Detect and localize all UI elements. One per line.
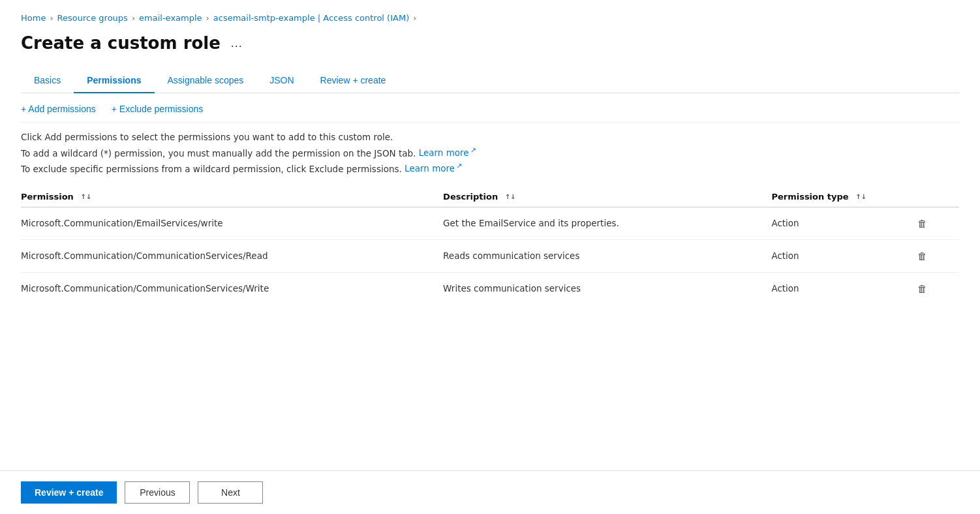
learn-more-link-1[interactable]: Learn more↗ — [419, 147, 476, 158]
page-title-row: Create a custom role ... — [21, 33, 959, 53]
previous-button[interactable]: Previous — [125, 481, 190, 504]
cell-description-2: Writes communication services — [443, 272, 771, 305]
info-text: Click Add permissions to select the perm… — [21, 130, 959, 176]
table-row: Microsoft.Communication/CommunicationSer… — [21, 272, 959, 305]
sort-icon-permission: ↑↓ — [80, 194, 91, 200]
breadcrumb-sep-1: › — [50, 13, 53, 23]
breadcrumb-home[interactable]: Home — [21, 13, 46, 23]
col-header-action — [912, 187, 959, 207]
breadcrumb-iam[interactable]: acsemail-smtp-example | Access control (… — [213, 13, 409, 23]
cell-action-2: 🗑 — [912, 272, 959, 305]
breadcrumb-sep-3: › — [206, 13, 209, 23]
breadcrumb-email-example[interactable]: email-example — [139, 13, 202, 23]
col-header-description[interactable]: Description ↑↓ — [443, 187, 771, 207]
table-row: Microsoft.Communication/CommunicationSer… — [21, 239, 959, 272]
review-create-button[interactable]: Review + create — [21, 481, 117, 504]
table-row: Microsoft.Communication/EmailServices/wr… — [21, 207, 959, 239]
cell-type-2: Action — [771, 272, 912, 305]
delete-row-button-1[interactable]: 🗑 — [912, 248, 932, 264]
tab-json[interactable]: JSON — [256, 68, 307, 93]
cell-type-0: Action — [771, 207, 912, 239]
permissions-tab-content: + Add permissions + Exclude permissions … — [21, 93, 959, 305]
cell-action-0: 🗑 — [912, 207, 959, 239]
cell-permission-2: Microsoft.Communication/CommunicationSer… — [21, 272, 443, 305]
breadcrumb-resource-groups[interactable]: Resource groups — [57, 13, 128, 23]
page-title: Create a custom role — [21, 33, 221, 53]
table-header-row: Permission ↑↓ Description ↑↓ Permission … — [21, 187, 959, 207]
col-header-permission[interactable]: Permission ↑↓ — [21, 187, 443, 207]
delete-row-button-2[interactable]: 🗑 — [912, 280, 932, 297]
delete-row-button-0[interactable]: 🗑 — [912, 215, 932, 232]
permissions-table: Permission ↑↓ Description ↑↓ Permission … — [21, 187, 959, 305]
tab-review-create[interactable]: Review + create — [307, 68, 399, 93]
cell-description-0: Get the EmailService and its properties. — [443, 207, 771, 239]
info-line-2-prefix: To add a wildcard (*) permission, you mu… — [21, 147, 416, 158]
sort-icon-description: ↑↓ — [505, 194, 516, 200]
tab-basics[interactable]: Basics — [21, 68, 74, 93]
tab-bar: Basics Permissions Assignable scopes JSO… — [21, 68, 959, 93]
info-line-1: Click Add permissions to select the perm… — [21, 132, 393, 142]
add-permissions-button[interactable]: + Add permissions — [21, 104, 96, 114]
trash-icon: 🗑 — [917, 283, 927, 294]
footer-bar: Review + create Previous Next — [0, 470, 980, 514]
learn-more-link-2[interactable]: Learn more↗ — [405, 163, 462, 174]
cell-description-1: Reads communication services — [443, 239, 771, 272]
trash-icon: 🗑 — [917, 250, 927, 262]
tab-assignable-scopes[interactable]: Assignable scopes — [155, 68, 257, 93]
breadcrumb-sep-2: › — [132, 13, 135, 23]
cell-permission-1: Microsoft.Communication/CommunicationSer… — [21, 239, 443, 272]
cell-permission-0: Microsoft.Communication/EmailServices/wr… — [21, 207, 443, 239]
breadcrumb-sep-4: › — [413, 13, 416, 23]
sort-icon-type: ↑↓ — [855, 194, 866, 200]
external-link-icon-2: ↗ — [456, 162, 462, 170]
exclude-permissions-button[interactable]: + Exclude permissions — [112, 104, 203, 114]
ellipsis-button[interactable]: ... — [228, 35, 245, 52]
action-bar: + Add permissions + Exclude permissions — [21, 104, 959, 123]
cell-type-1: Action — [771, 239, 912, 272]
info-line-3-prefix: To exclude specific permissions from a w… — [21, 163, 402, 174]
cell-action-1: 🗑 — [912, 239, 959, 272]
external-link-icon-1: ↗ — [470, 146, 476, 155]
trash-icon: 🗑 — [917, 218, 927, 229]
breadcrumb: Home › Resource groups › email-example ›… — [21, 13, 959, 23]
next-button[interactable]: Next — [198, 481, 263, 504]
tab-permissions[interactable]: Permissions — [74, 68, 154, 93]
col-header-type[interactable]: Permission type ↑↓ — [771, 187, 912, 207]
